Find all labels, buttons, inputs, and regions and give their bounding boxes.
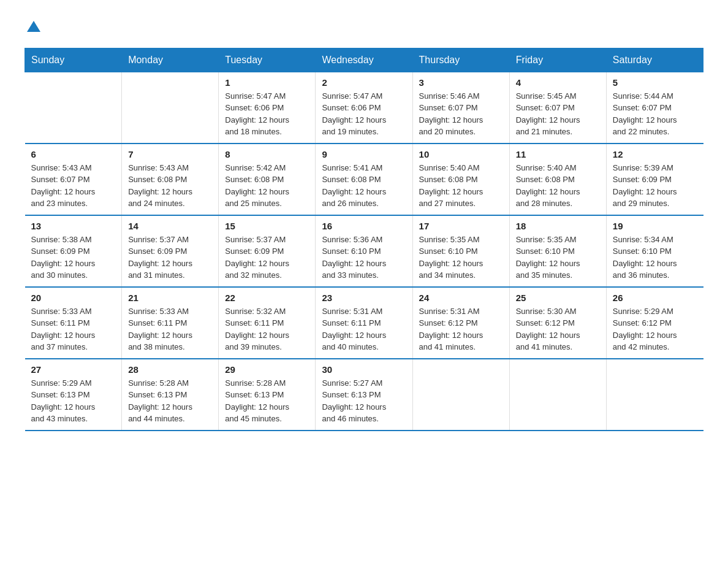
calendar-body: 1Sunrise: 5:47 AM Sunset: 6:06 PM Daylig… xyxy=(25,72,703,431)
day-info: Sunrise: 5:33 AM Sunset: 6:11 PM Dayligh… xyxy=(31,305,116,353)
day-number: 20 xyxy=(31,293,116,303)
day-info: Sunrise: 5:40 AM Sunset: 6:08 PM Dayligh… xyxy=(419,162,503,210)
calendar-week-row: 20Sunrise: 5:33 AM Sunset: 6:11 PM Dayli… xyxy=(25,287,703,359)
calendar-header: SundayMondayTuesdayWednesdayThursdayFrid… xyxy=(25,48,703,72)
day-info: Sunrise: 5:35 AM Sunset: 6:10 PM Dayligh… xyxy=(516,234,600,282)
weekday-header-thursday: Thursday xyxy=(412,48,509,72)
calendar-cell xyxy=(606,359,703,431)
day-number: 16 xyxy=(322,221,406,231)
calendar-cell: 2Sunrise: 5:47 AM Sunset: 6:06 PM Daylig… xyxy=(316,72,412,144)
weekday-header-row: SundayMondayTuesdayWednesdayThursdayFrid… xyxy=(25,48,703,72)
calendar-cell: 14Sunrise: 5:37 AM Sunset: 6:09 PM Dayli… xyxy=(122,215,219,287)
calendar-cell: 6Sunrise: 5:43 AM Sunset: 6:07 PM Daylig… xyxy=(25,144,122,215)
day-number: 12 xyxy=(613,149,697,159)
day-number: 14 xyxy=(128,221,212,231)
day-info: Sunrise: 5:37 AM Sunset: 6:09 PM Dayligh… xyxy=(225,234,309,282)
calendar-week-row: 27Sunrise: 5:29 AM Sunset: 6:13 PM Dayli… xyxy=(25,359,703,431)
day-info: Sunrise: 5:47 AM Sunset: 6:06 PM Dayligh… xyxy=(322,90,406,138)
day-number: 28 xyxy=(128,364,212,375)
calendar-cell: 4Sunrise: 5:45 AM Sunset: 6:07 PM Daylig… xyxy=(509,72,606,144)
calendar-cell: 23Sunrise: 5:31 AM Sunset: 6:11 PM Dayli… xyxy=(316,287,412,359)
day-info: Sunrise: 5:38 AM Sunset: 6:09 PM Dayligh… xyxy=(31,234,116,282)
calendar-cell: 21Sunrise: 5:33 AM Sunset: 6:11 PM Dayli… xyxy=(122,287,219,359)
day-number: 4 xyxy=(516,77,600,88)
calendar-cell: 24Sunrise: 5:31 AM Sunset: 6:12 PM Dayli… xyxy=(412,287,509,359)
calendar-cell: 10Sunrise: 5:40 AM Sunset: 6:08 PM Dayli… xyxy=(412,144,509,215)
calendar-cell: 22Sunrise: 5:32 AM Sunset: 6:11 PM Dayli… xyxy=(219,287,316,359)
calendar-cell: 12Sunrise: 5:39 AM Sunset: 6:09 PM Dayli… xyxy=(606,144,703,215)
day-number: 2 xyxy=(322,77,406,88)
weekday-header-saturday: Saturday xyxy=(606,48,703,72)
day-number: 29 xyxy=(225,364,309,375)
day-number: 10 xyxy=(419,149,503,159)
weekday-header-monday: Monday xyxy=(122,48,219,72)
calendar-cell: 25Sunrise: 5:30 AM Sunset: 6:12 PM Dayli… xyxy=(509,287,606,359)
day-info: Sunrise: 5:42 AM Sunset: 6:08 PM Dayligh… xyxy=(225,162,309,210)
day-info: Sunrise: 5:43 AM Sunset: 6:07 PM Dayligh… xyxy=(31,162,116,210)
calendar-week-row: 13Sunrise: 5:38 AM Sunset: 6:09 PM Dayli… xyxy=(25,215,703,287)
day-info: Sunrise: 5:29 AM Sunset: 6:13 PM Dayligh… xyxy=(31,377,116,425)
day-number: 1 xyxy=(225,77,309,88)
calendar-cell: 28Sunrise: 5:28 AM Sunset: 6:13 PM Dayli… xyxy=(122,359,219,431)
calendar-cell xyxy=(412,359,509,431)
calendar-cell: 29Sunrise: 5:28 AM Sunset: 6:13 PM Dayli… xyxy=(219,359,316,431)
day-number: 6 xyxy=(31,149,116,159)
day-info: Sunrise: 5:28 AM Sunset: 6:13 PM Dayligh… xyxy=(225,377,309,425)
day-info: Sunrise: 5:33 AM Sunset: 6:11 PM Dayligh… xyxy=(128,305,212,353)
day-number: 24 xyxy=(419,293,503,303)
day-info: Sunrise: 5:39 AM Sunset: 6:09 PM Dayligh… xyxy=(613,162,697,210)
day-number: 26 xyxy=(613,293,697,303)
calendar-cell: 11Sunrise: 5:40 AM Sunset: 6:08 PM Dayli… xyxy=(509,144,606,215)
calendar-cell: 18Sunrise: 5:35 AM Sunset: 6:10 PM Dayli… xyxy=(509,215,606,287)
day-number: 9 xyxy=(322,149,406,159)
day-number: 21 xyxy=(128,293,212,303)
day-number: 18 xyxy=(516,221,600,231)
logo xyxy=(25,18,40,36)
day-number: 27 xyxy=(31,364,116,375)
day-info: Sunrise: 5:40 AM Sunset: 6:08 PM Dayligh… xyxy=(516,162,600,210)
calendar-cell: 15Sunrise: 5:37 AM Sunset: 6:09 PM Dayli… xyxy=(219,215,316,287)
calendar-cell: 5Sunrise: 5:44 AM Sunset: 6:07 PM Daylig… xyxy=(606,72,703,144)
day-info: Sunrise: 5:31 AM Sunset: 6:11 PM Dayligh… xyxy=(322,305,406,353)
day-info: Sunrise: 5:34 AM Sunset: 6:10 PM Dayligh… xyxy=(613,234,697,282)
weekday-header-friday: Friday xyxy=(509,48,606,72)
logo-triangle-icon xyxy=(27,20,40,33)
day-info: Sunrise: 5:31 AM Sunset: 6:12 PM Dayligh… xyxy=(419,305,503,353)
calendar-cell xyxy=(25,72,122,144)
calendar-cell: 8Sunrise: 5:42 AM Sunset: 6:08 PM Daylig… xyxy=(219,144,316,215)
day-number: 13 xyxy=(31,221,116,231)
calendar-cell: 17Sunrise: 5:35 AM Sunset: 6:10 PM Dayli… xyxy=(412,215,509,287)
calendar-cell: 7Sunrise: 5:43 AM Sunset: 6:08 PM Daylig… xyxy=(122,144,219,215)
day-number: 7 xyxy=(128,149,212,159)
day-number: 15 xyxy=(225,221,309,231)
day-number: 11 xyxy=(516,149,600,159)
calendar-table: SundayMondayTuesdayWednesdayThursdayFrid… xyxy=(25,48,703,431)
day-info: Sunrise: 5:44 AM Sunset: 6:07 PM Dayligh… xyxy=(613,90,697,138)
day-number: 3 xyxy=(419,77,503,88)
day-number: 5 xyxy=(613,77,697,88)
day-number: 23 xyxy=(322,293,406,303)
calendar-cell: 27Sunrise: 5:29 AM Sunset: 6:13 PM Dayli… xyxy=(25,359,122,431)
day-info: Sunrise: 5:27 AM Sunset: 6:13 PM Dayligh… xyxy=(322,377,406,425)
calendar-week-row: 6Sunrise: 5:43 AM Sunset: 6:07 PM Daylig… xyxy=(25,144,703,215)
day-info: Sunrise: 5:45 AM Sunset: 6:07 PM Dayligh… xyxy=(516,90,600,138)
calendar-cell xyxy=(122,72,219,144)
day-info: Sunrise: 5:47 AM Sunset: 6:06 PM Dayligh… xyxy=(225,90,309,138)
calendar-cell: 3Sunrise: 5:46 AM Sunset: 6:07 PM Daylig… xyxy=(412,72,509,144)
page-header xyxy=(25,18,703,36)
calendar-week-row: 1Sunrise: 5:47 AM Sunset: 6:06 PM Daylig… xyxy=(25,72,703,144)
day-number: 22 xyxy=(225,293,309,303)
day-info: Sunrise: 5:46 AM Sunset: 6:07 PM Dayligh… xyxy=(419,90,503,138)
day-number: 17 xyxy=(419,221,503,231)
day-number: 30 xyxy=(322,364,406,375)
day-info: Sunrise: 5:32 AM Sunset: 6:11 PM Dayligh… xyxy=(225,305,309,353)
svg-marker-0 xyxy=(27,21,40,32)
weekday-header-tuesday: Tuesday xyxy=(219,48,316,72)
calendar-cell: 20Sunrise: 5:33 AM Sunset: 6:11 PM Dayli… xyxy=(25,287,122,359)
day-info: Sunrise: 5:43 AM Sunset: 6:08 PM Dayligh… xyxy=(128,162,212,210)
day-info: Sunrise: 5:37 AM Sunset: 6:09 PM Dayligh… xyxy=(128,234,212,282)
day-info: Sunrise: 5:28 AM Sunset: 6:13 PM Dayligh… xyxy=(128,377,212,425)
calendar-cell: 26Sunrise: 5:29 AM Sunset: 6:12 PM Dayli… xyxy=(606,287,703,359)
weekday-header-wednesday: Wednesday xyxy=(316,48,412,72)
calendar-cell: 9Sunrise: 5:41 AM Sunset: 6:08 PM Daylig… xyxy=(316,144,412,215)
